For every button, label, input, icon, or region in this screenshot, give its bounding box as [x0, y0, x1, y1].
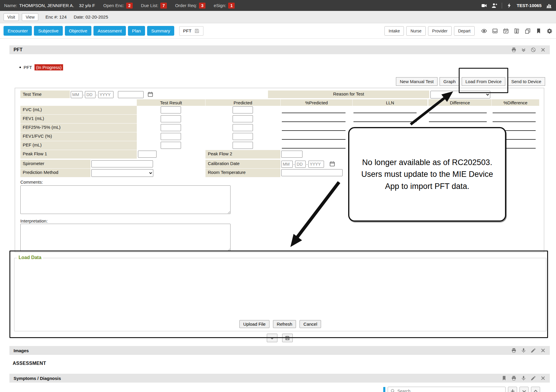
- new-manual-test-button[interactable]: New Manual Test: [396, 77, 437, 86]
- no-entry-icon[interactable]: [531, 47, 536, 52]
- chevron-down-icon: [522, 388, 527, 392]
- fev1-test-result-input[interactable]: [161, 115, 181, 122]
- add-person-icon[interactable]: [491, 3, 497, 9]
- edit-pencil-icon[interactable]: [531, 348, 536, 353]
- visit-button[interactable]: Visit: [4, 13, 19, 21]
- tab-subjective[interactable]: Subjective: [34, 26, 62, 36]
- order-req-badge[interactable]: 3: [199, 3, 205, 9]
- fvc-predicted-input[interactable]: [233, 106, 253, 113]
- save-section-button[interactable]: [282, 334, 293, 342]
- fev1-predicted-input[interactable]: [233, 115, 253, 122]
- tab-objective[interactable]: Objective: [65, 26, 92, 36]
- eye-icon[interactable]: [481, 28, 487, 34]
- depart-button[interactable]: Depart: [454, 26, 475, 36]
- print-icon[interactable]: [511, 375, 516, 381]
- pft-actions: New Manual Test Graph Load From Device S…: [9, 77, 545, 86]
- close-icon[interactable]: [540, 375, 546, 381]
- value-line: [429, 148, 487, 149]
- pef-predicted-input[interactable]: [233, 142, 253, 149]
- fvc-test-result-input[interactable]: [161, 106, 181, 113]
- encounter-subbar: Visit View Enc #: 124 Date: 02-20-2025: [0, 11, 556, 23]
- inbox-icon[interactable]: [492, 28, 498, 34]
- peak-flow-1-input[interactable]: [138, 151, 157, 158]
- reason-for-test-select[interactable]: [430, 91, 490, 98]
- add-button[interactable]: [508, 387, 517, 392]
- collapse-button[interactable]: [519, 387, 529, 392]
- spirometer-input[interactable]: [91, 160, 153, 167]
- edit-pencil-icon[interactable]: [531, 375, 536, 381]
- view-button[interactable]: View: [22, 13, 38, 21]
- pft-item-label[interactable]: PFT: [24, 65, 32, 70]
- refresh-button[interactable]: Refresh: [273, 320, 296, 328]
- close-icon[interactable]: [540, 348, 546, 353]
- close-icon[interactable]: [540, 47, 546, 52]
- load-from-device-button[interactable]: Load From Device: [462, 77, 506, 86]
- prediction-method-select[interactable]: [91, 169, 153, 177]
- calibration-calendar-icon[interactable]: [329, 161, 335, 167]
- bookmark-icon[interactable]: [536, 28, 542, 34]
- open-enc-badge[interactable]: 2: [126, 3, 133, 9]
- microphone-icon[interactable]: [521, 375, 526, 381]
- save-icon[interactable]: [194, 28, 200, 34]
- upload-file-button[interactable]: Upload File: [239, 320, 269, 328]
- date-dash: -: [306, 162, 307, 167]
- test-time-mm-input[interactable]: [71, 91, 83, 98]
- tab-assessment[interactable]: Assessment: [93, 26, 126, 36]
- bar-chart-icon[interactable]: [546, 3, 552, 9]
- graph-button[interactable]: Graph: [440, 77, 460, 86]
- value-line: [429, 139, 487, 140]
- tab-summary[interactable]: Summary: [147, 26, 174, 36]
- cancel-button[interactable]: Cancel: [300, 320, 321, 328]
- journals-icon[interactable]: [514, 28, 520, 34]
- calibration-dd-input[interactable]: [295, 161, 306, 168]
- test-time-dd-input[interactable]: [85, 91, 96, 98]
- print-icon[interactable]: [511, 348, 516, 353]
- gears-icon[interactable]: [547, 28, 552, 34]
- pef-test-result-input[interactable]: [161, 142, 181, 149]
- enc-number: Enc #: 124: [45, 14, 67, 19]
- value-line: [429, 121, 487, 122]
- room-temperature-input[interactable]: [281, 169, 343, 176]
- peak-flow-2-input[interactable]: [281, 151, 302, 158]
- pft-list-item[interactable]: PFT (In Progress): [19, 64, 550, 71]
- calendar-check-icon[interactable]: [503, 28, 509, 34]
- copy-icon[interactable]: [525, 28, 531, 34]
- date-dash: -: [293, 162, 295, 167]
- blue-accent-bar: [383, 387, 385, 392]
- due-list-badge[interactable]: 7: [160, 3, 167, 9]
- symptoms-title: Symptoms / Diagnosis: [14, 376, 61, 381]
- collapse-chevron-icon[interactable]: [521, 47, 526, 52]
- video-camera-icon[interactable]: [481, 3, 487, 9]
- fef-test-result-input[interactable]: [161, 124, 181, 131]
- provider-button[interactable]: Provider: [428, 26, 452, 36]
- send-to-device-button[interactable]: Send to Device: [507, 77, 545, 86]
- bookmark-icon[interactable]: [501, 375, 507, 381]
- search-box[interactable]: [388, 387, 506, 392]
- in-progress-badge: (In Progress): [34, 64, 63, 70]
- test-time-yyyy-input[interactable]: [98, 91, 113, 98]
- tab-encounter[interactable]: Encounter: [4, 26, 32, 36]
- print-icon[interactable]: [511, 47, 516, 52]
- floppy-icon: [285, 335, 290, 341]
- expand-button[interactable]: [267, 334, 277, 342]
- reason-for-test-label: Reason for Test: [268, 90, 429, 98]
- test-time-time-input[interactable]: [118, 91, 144, 98]
- calibration-yyyy-input[interactable]: [308, 161, 324, 168]
- calendar-picker-icon[interactable]: [147, 91, 153, 97]
- tab-plan[interactable]: Plan: [128, 26, 145, 36]
- fev1fvc-test-result-input[interactable]: [161, 133, 181, 140]
- tab-pft-active[interactable]: PFT: [179, 26, 203, 36]
- microphone-icon[interactable]: [521, 348, 526, 353]
- chevron-up-icon: [533, 388, 538, 392]
- lightning-icon[interactable]: [506, 3, 512, 9]
- interpretation-textarea[interactable]: [20, 224, 231, 251]
- esign-badge[interactable]: 1: [228, 3, 235, 9]
- nurse-button[interactable]: Nurse: [406, 26, 425, 36]
- search-input[interactable]: [397, 389, 503, 392]
- fef-predicted-input[interactable]: [233, 124, 253, 131]
- calibration-mm-input[interactable]: [281, 161, 293, 168]
- comments-textarea[interactable]: [20, 185, 231, 214]
- scroll-top-button[interactable]: [531, 387, 540, 392]
- fev1fvc-predicted-input[interactable]: [233, 133, 253, 140]
- intake-button[interactable]: Intake: [384, 26, 404, 36]
